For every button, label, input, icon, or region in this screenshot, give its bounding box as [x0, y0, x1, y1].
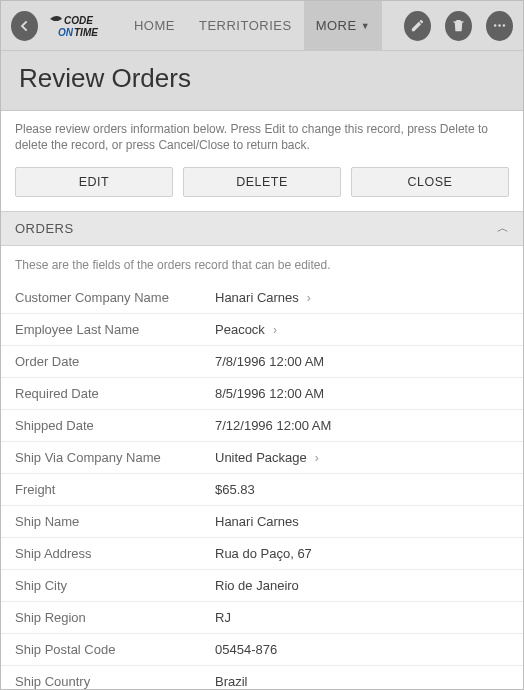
field-row: Ship CountryBrazil — [1, 666, 523, 690]
fields-list: Customer Company NameHanari Carnes›Emplo… — [1, 282, 523, 690]
page-title: Review Orders — [19, 63, 505, 94]
field-value-text: RJ — [215, 610, 231, 625]
field-value-text: Brazil — [215, 674, 248, 689]
field-row: Ship AddressRua do Paço, 67 — [1, 538, 523, 570]
field-row: Shipped Date7/12/1996 12:00 AM — [1, 410, 523, 442]
field-row: Employee Last NamePeacock› — [1, 314, 523, 346]
field-label: Employee Last Name — [15, 322, 215, 337]
trash-icon — [451, 18, 466, 33]
field-row: Customer Company NameHanari Carnes› — [1, 282, 523, 314]
field-value[interactable]: Peacock› — [215, 322, 277, 337]
field-value: 7/12/1996 12:00 AM — [215, 418, 331, 433]
field-label: Ship City — [15, 578, 215, 593]
field-value: Hanari Carnes — [215, 514, 299, 529]
field-row: Freight$65.83 — [1, 474, 523, 506]
nav-territories[interactable]: TERRITORIES — [187, 1, 304, 51]
chevron-right-icon: › — [273, 323, 277, 337]
field-label: Ship Postal Code — [15, 642, 215, 657]
field-label: Ship Address — [15, 546, 215, 561]
back-arrow-icon — [16, 18, 32, 34]
field-value[interactable]: Hanari Carnes› — [215, 290, 311, 305]
field-value-text: 8/5/1996 12:00 AM — [215, 386, 324, 401]
back-button[interactable] — [11, 11, 38, 41]
svg-point-3 — [494, 24, 497, 27]
field-value-text: $65.83 — [215, 482, 255, 497]
nav-menu: HOME TERRITORIES MORE ▼ — [122, 1, 382, 51]
field-value-text: 7/12/1996 12:00 AM — [215, 418, 331, 433]
field-value-text: Hanari Carnes — [215, 514, 299, 529]
chevron-right-icon: › — [315, 451, 319, 465]
field-row: Ship Via Company NameUnited Package› — [1, 442, 523, 474]
field-value: Brazil — [215, 674, 248, 689]
field-label: Ship Country — [15, 674, 215, 689]
field-row: Required Date8/5/1996 12:00 AM — [1, 378, 523, 410]
edit-action-button[interactable] — [404, 11, 431, 41]
delete-action-button[interactable] — [445, 11, 472, 41]
field-row: Ship CityRio de Janeiro — [1, 570, 523, 602]
field-value: Rua do Paço, 67 — [215, 546, 312, 561]
svg-point-4 — [498, 24, 501, 27]
topbar: CODE ON TIME HOME TERRITORIES MORE ▼ — [1, 1, 523, 51]
field-value: 7/8/1996 12:00 AM — [215, 354, 324, 369]
app-logo: CODE ON TIME — [48, 11, 108, 41]
section-header[interactable]: ORDERS ︿ — [1, 211, 523, 246]
field-label: Order Date — [15, 354, 215, 369]
section-description: These are the fields of the orders recor… — [1, 246, 523, 282]
field-label: Ship Via Company Name — [15, 450, 215, 465]
chevron-right-icon: › — [307, 291, 311, 305]
caret-down-icon: ▼ — [361, 21, 370, 31]
field-label: Ship Region — [15, 610, 215, 625]
field-value: $65.83 — [215, 482, 255, 497]
field-value-text: Hanari Carnes — [215, 290, 299, 305]
field-value-text: United Package — [215, 450, 307, 465]
field-row: Ship RegionRJ — [1, 602, 523, 634]
field-value-text: Rua do Paço, 67 — [215, 546, 312, 561]
field-label: Freight — [15, 482, 215, 497]
dots-icon — [492, 18, 507, 33]
edit-button-top[interactable]: EDIT — [15, 167, 173, 197]
field-value[interactable]: United Package› — [215, 450, 319, 465]
field-value: 8/5/1996 12:00 AM — [215, 386, 324, 401]
title-area: Review Orders — [1, 51, 523, 111]
nav-home[interactable]: HOME — [122, 1, 187, 51]
svg-text:CODE: CODE — [64, 15, 93, 26]
field-value: Rio de Janeiro — [215, 578, 299, 593]
field-value: RJ — [215, 610, 231, 625]
field-label: Required Date — [15, 386, 215, 401]
svg-text:TIME: TIME — [74, 27, 98, 38]
field-row: Ship NameHanari Carnes — [1, 506, 523, 538]
nav-more-label: MORE — [316, 18, 357, 33]
field-value-text: 05454-876 — [215, 642, 277, 657]
nav-more[interactable]: MORE ▼ — [304, 1, 382, 51]
field-label: Customer Company Name — [15, 290, 215, 305]
pencil-icon — [410, 18, 425, 33]
chevron-up-icon: ︿ — [497, 220, 510, 237]
field-value-text: Peacock — [215, 322, 265, 337]
field-value-text: Rio de Janeiro — [215, 578, 299, 593]
field-value: 05454-876 — [215, 642, 277, 657]
svg-point-5 — [503, 24, 506, 27]
more-action-button[interactable] — [486, 11, 513, 41]
close-button-top[interactable]: CLOSE — [351, 167, 509, 197]
field-label: Ship Name — [15, 514, 215, 529]
top-button-row: EDIT DELETE CLOSE — [1, 167, 523, 211]
section-title: ORDERS — [15, 221, 74, 236]
field-row: Order Date7/8/1996 12:00 AM — [1, 346, 523, 378]
svg-text:ON: ON — [58, 27, 74, 38]
delete-button-top[interactable]: DELETE — [183, 167, 341, 197]
instruction-text: Please review orders information below. … — [1, 111, 523, 167]
field-row: Ship Postal Code05454-876 — [1, 634, 523, 666]
field-value-text: 7/8/1996 12:00 AM — [215, 354, 324, 369]
field-label: Shipped Date — [15, 418, 215, 433]
